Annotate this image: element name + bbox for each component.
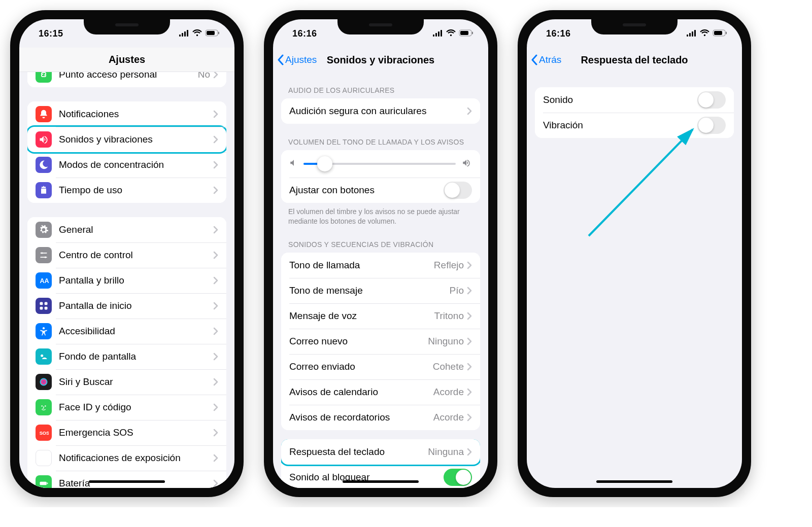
row-headphone-safety[interactable]: Audición segura con auriculares — [281, 98, 480, 124]
signal-icon — [687, 28, 697, 39]
battery-icon — [459, 28, 474, 39]
svg-rect-41 — [689, 33, 691, 37]
section-header-headphone: AUDIO DE LOS AURICULARES — [288, 86, 473, 94]
row-change-with-buttons[interactable]: Ajustar con botones — [281, 178, 480, 203]
toggle[interactable] — [697, 91, 726, 109]
row-value: Ninguno — [428, 336, 464, 347]
row-notificaciones-de-exposici-n[interactable]: Notificaciones de exposición — [27, 445, 226, 471]
battery-icon — [713, 28, 728, 39]
svg-text:AA: AA — [40, 277, 49, 285]
row-bater-a[interactable]: Batería — [27, 471, 226, 488]
row-vibraci-n[interactable]: Vibración — [535, 113, 734, 138]
svg-rect-46 — [726, 31, 727, 34]
ringer-volume-slider[interactable] — [281, 150, 480, 178]
svg-point-27 — [41, 455, 42, 456]
svg-rect-5 — [207, 31, 215, 35]
back-button[interactable]: Atrás — [531, 54, 561, 65]
row-pantalla-y-brillo[interactable]: AAPantalla y brillo — [27, 268, 226, 293]
svg-point-20 — [45, 405, 46, 407]
row-tono-de-mensaje[interactable]: Tono de mensajePío — [281, 278, 480, 303]
svg-rect-39 — [472, 31, 473, 34]
row-keyboard-feedback[interactable]: Respuesta del teclado Ninguna — [281, 439, 480, 465]
svg-point-23 — [43, 454, 45, 455]
toggle-lock-sound[interactable] — [444, 469, 472, 486]
chevron-right-icon — [467, 337, 472, 345]
home-indicator — [343, 480, 419, 483]
svg-point-28 — [46, 460, 47, 462]
home-indicator — [596, 480, 672, 483]
row-face-id-y-c-digo[interactable]: Face ID y código — [27, 395, 226, 420]
svg-rect-1 — [182, 33, 183, 37]
row-label: Tiempo de uso — [59, 185, 213, 196]
back-button[interactable]: Ajustes — [277, 54, 317, 65]
row-label: Notificaciones — [59, 109, 213, 120]
group-volume: Ajustar con botones — [281, 150, 480, 203]
svg-rect-38 — [460, 31, 468, 35]
svg-point-22 — [43, 457, 45, 460]
row-value: Reflejo — [434, 260, 464, 271]
home-indicator — [89, 480, 165, 483]
chevron-right-icon — [213, 161, 218, 169]
row-mensaje-de-voz[interactable]: Mensaje de vozTritono — [281, 303, 480, 329]
row-label: Modos de concentración — [59, 159, 213, 170]
svg-rect-31 — [40, 482, 47, 485]
row-tiempo-de-uso[interactable]: Tiempo de uso — [27, 178, 226, 203]
chevron-right-icon — [213, 327, 218, 335]
row-label: Pantalla y brillo — [59, 275, 213, 286]
row-lock-sound[interactable]: Sonido al bloquear — [281, 465, 480, 488]
svg-rect-34 — [435, 33, 437, 37]
row-label: Tono de mensaje — [289, 285, 449, 296]
row-avisos-de-recordatorios[interactable]: Avisos de recordatoriosAcorde — [281, 405, 480, 430]
svg-rect-36 — [441, 30, 442, 37]
chevron-right-icon — [213, 135, 218, 144]
chevron-right-icon — [213, 378, 218, 386]
row-tono-de-llamada[interactable]: Tono de llamadaReflejo — [281, 253, 480, 278]
chevron-right-icon — [213, 72, 218, 79]
chevron-right-icon — [213, 429, 218, 437]
row-notificaciones[interactable]: Notificaciones — [27, 101, 226, 127]
chevron-right-icon — [213, 454, 218, 462]
page-title: Ajustes — [26, 54, 227, 65]
toggle-change-with-buttons[interactable] — [444, 182, 472, 199]
row-value: Acorde — [433, 387, 464, 398]
row-icon — [36, 348, 52, 365]
row-modos-de-concentraci-n[interactable]: Modos de concentración — [27, 152, 226, 178]
row-label: Correo enviado — [289, 361, 433, 372]
row-icon — [36, 374, 52, 390]
svg-rect-13 — [45, 302, 48, 305]
group-patterns: Tono de llamadaReflejoTono de mensajePío… — [281, 253, 480, 430]
svg-rect-32 — [47, 482, 48, 484]
signal-icon — [433, 28, 443, 39]
row-siri-y-buscar[interactable]: Siri y Buscar — [27, 369, 226, 395]
row-icon — [36, 106, 52, 122]
svg-rect-3 — [187, 30, 188, 37]
row-label: Tono de llamada — [289, 260, 434, 271]
group-notifications: NotificacionesSonidos y vibracionesModos… — [27, 101, 226, 203]
chevron-right-icon — [467, 413, 472, 421]
chevron-right-icon — [467, 107, 472, 115]
row-correo-enviado[interactable]: Correo enviadoCohete — [281, 354, 480, 379]
toggle[interactable] — [697, 117, 726, 134]
row-icon: SOS — [36, 425, 52, 441]
hotspot-icon — [36, 72, 52, 83]
chevron-right-icon — [213, 403, 218, 411]
chevron-right-icon — [467, 388, 472, 396]
volume-high-icon — [461, 158, 472, 169]
row-fondo-de-pantalla[interactable]: Fondo de pantalla — [27, 344, 226, 369]
row-pantalla-de-inicio[interactable]: Pantalla de inicio — [27, 293, 226, 319]
row-sonidos-y-vibraciones[interactable]: Sonidos y vibraciones — [27, 127, 226, 152]
svg-point-29 — [46, 455, 47, 456]
row-label: General — [59, 224, 213, 235]
wifi-icon — [192, 28, 202, 39]
row-correo-nuevo[interactable]: Correo nuevoNinguno — [281, 329, 480, 354]
row-emergencia-sos[interactable]: SOSEmergencia SOS — [27, 420, 226, 445]
row-accesibilidad[interactable]: Accesibilidad — [27, 319, 226, 344]
row-personal-hotspot[interactable]: Punto acceso personal No — [27, 72, 226, 87]
wifi-icon — [446, 28, 456, 39]
row-centro-de-control[interactable]: Centro de control — [27, 242, 226, 268]
row-avisos-de-calendario[interactable]: Avisos de calendarioAcorde — [281, 379, 480, 405]
row-sonido[interactable]: Sonido — [535, 87, 734, 113]
row-general[interactable]: General — [27, 217, 226, 242]
row-value: Cohete — [433, 361, 464, 372]
battery-icon — [205, 28, 220, 39]
